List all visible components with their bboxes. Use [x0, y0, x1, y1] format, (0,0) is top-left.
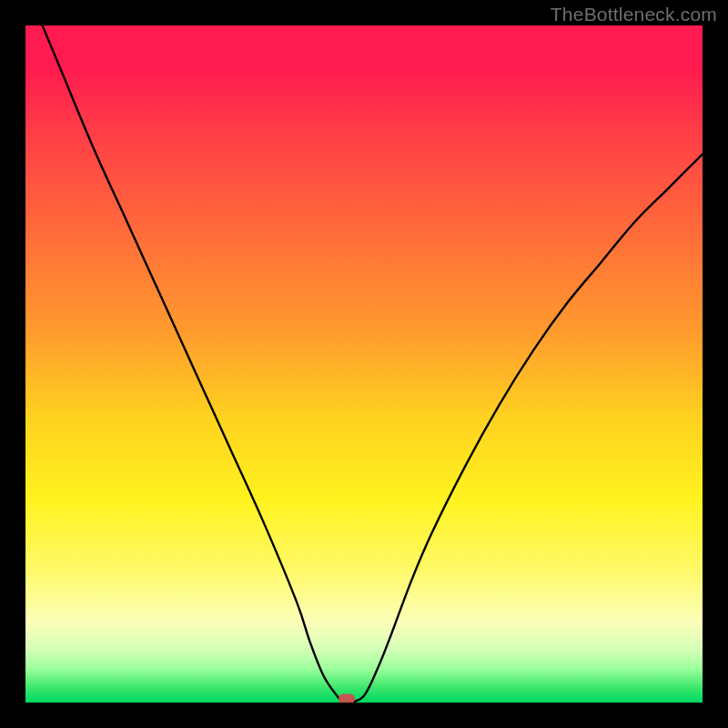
watermark-text: TheBottleneck.com: [551, 4, 717, 25]
curve-svg: [25, 25, 703, 703]
bottleneck-curve: [25, 25, 703, 703]
plot-area: [25, 25, 703, 703]
chart-frame: TheBottleneck.com: [0, 0, 728, 728]
optimal-marker: [339, 694, 355, 703]
